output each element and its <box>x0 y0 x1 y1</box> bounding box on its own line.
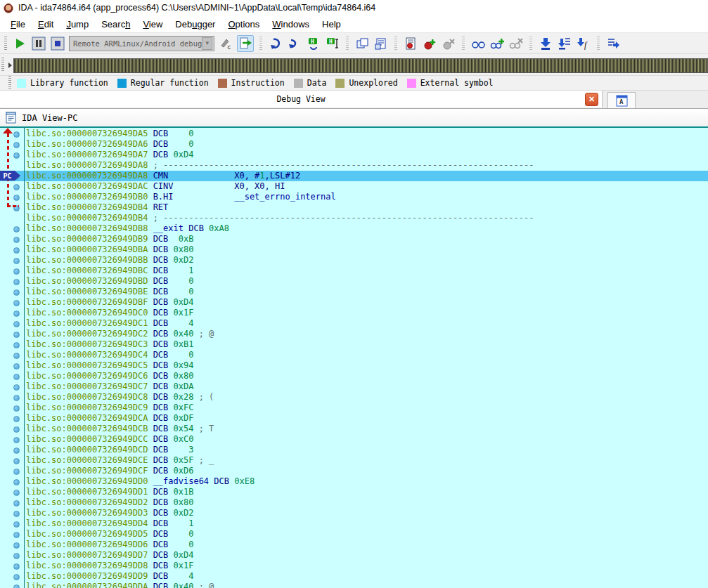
start-process-icon[interactable] <box>12 36 27 51</box>
trace-into-icon[interactable] <box>538 36 553 51</box>
address-dot[interactable] <box>13 553 20 559</box>
address-dot[interactable] <box>13 321 20 327</box>
debugger-select[interactable]: Remote ARMLinux/Android debugger ▼ <box>69 36 214 51</box>
add-watch-icon[interactable] <box>489 36 505 51</box>
address-dot[interactable] <box>13 300 20 306</box>
asm-row[interactable]: libc.so:0000007326949DD1 DCB 0x1B <box>0 487 708 497</box>
toolbar-drag-handle[interactable] <box>8 76 11 90</box>
address-dot[interactable] <box>13 447 20 454</box>
address-dot[interactable] <box>13 563 20 570</box>
asm-row[interactable]: libc.so:0000007326949DB4 RET <box>0 202 708 213</box>
asm-row[interactable]: libc.so:0000007326949DBB DCB 0xD2 <box>0 255 708 266</box>
pause-process-icon[interactable] <box>31 36 46 51</box>
address-dot[interactable] <box>13 332 20 338</box>
address-dot[interactable] <box>13 511 20 517</box>
asm-row[interactable]: libc.so:0000007326949DD3 DCB 0xD2 <box>0 508 708 518</box>
address-dot[interactable] <box>13 131 20 138</box>
address-dot[interactable] <box>13 437 20 443</box>
address-dot[interactable] <box>13 469 20 475</box>
asm-row[interactable]: libc.so:0000007326949DD0 __fadvise64 DCB… <box>0 476 708 487</box>
asm-row[interactable]: libc.so:0000007326949DD8 DCB 0x1F <box>0 561 708 571</box>
asm-row[interactable]: libc.so:0000007326949DBE DCB 0 <box>0 287 708 297</box>
address-dot[interactable] <box>13 395 20 401</box>
asm-row[interactable]: libc.so:0000007326949DCA DCB 0xDF <box>0 413 708 424</box>
address-dot[interactable] <box>13 532 20 538</box>
asm-row[interactable]: libc.so:0000007326949DC3 DCB 0xB1 <box>0 339 708 350</box>
disassembly-view[interactable]: libc.so:0000007326949DA5 DCB 0libc.so:00… <box>0 128 708 588</box>
address-dot[interactable] <box>13 500 20 507</box>
address-dot[interactable] <box>13 363 20 370</box>
asm-row[interactable]: libc.so:0000007326949DC9 DCB 0xFC <box>0 403 708 413</box>
address-dot[interactable] <box>13 268 20 275</box>
attach-to-process-icon[interactable]: c <box>218 36 233 51</box>
address-dot[interactable] <box>13 584 20 588</box>
trace-function-icon[interactable]: f <box>576 36 591 51</box>
step-into-icon[interactable] <box>268 36 283 51</box>
menu-item-windows[interactable]: Windows <box>266 17 316 32</box>
open-windows-icon[interactable] <box>354 36 370 51</box>
address-dot[interactable] <box>13 374 20 380</box>
asm-row[interactable]: libc.so:0000007326949DB8 __exit DCB 0xA8 <box>0 223 708 234</box>
asm-row[interactable]: libc.so:0000007326949DC4 DCB 0 <box>0 350 708 360</box>
address-dot[interactable] <box>13 458 20 464</box>
address-dot[interactable] <box>13 353 20 359</box>
address-dot[interactable] <box>13 416 20 422</box>
asm-row[interactable]: libc.so:0000007326949DD2 DCB 0x80 <box>0 497 708 508</box>
address-dot[interactable] <box>13 521 20 528</box>
address-dot[interactable] <box>13 311 20 317</box>
tab-debug-view[interactable]: Debug View <box>0 91 603 107</box>
asm-row[interactable]: libc.so:0000007326949DD9 DCB 4 <box>0 571 708 582</box>
add-breakpoint-icon[interactable] <box>422 36 437 51</box>
window-list-icon[interactable] <box>373 36 389 51</box>
asm-row[interactable]: libc.so:0000007326949DDA DCB 0x40 ; @ <box>0 582 708 588</box>
address-dot[interactable] <box>13 342 20 348</box>
menu-item-edit[interactable]: Edit <box>32 17 60 32</box>
step-over-icon[interactable] <box>287 36 302 51</box>
run-to-cursor-icon[interactable]: H <box>325 36 340 51</box>
address-dot[interactable] <box>13 289 20 296</box>
address-dot[interactable] <box>13 184 20 190</box>
address-dot[interactable] <box>13 152 20 159</box>
chevron-down-icon[interactable]: ▼ <box>202 37 212 50</box>
menu-item-jump[interactable]: Jump <box>60 17 95 32</box>
address-dot[interactable] <box>13 426 20 433</box>
menu-item-options[interactable]: Options <box>221 17 266 32</box>
asm-row[interactable]: libc.so:0000007326949DCF DCB 0xD6 <box>0 466 708 476</box>
tab-ida-view-a[interactable]: A <box>607 92 636 108</box>
asm-row[interactable]: libc.so:0000007326949DB4 ; -------------… <box>0 213 708 223</box>
stop-process-icon[interactable] <box>50 36 65 51</box>
address-dot[interactable] <box>13 384 20 391</box>
asm-row[interactable]: libc.so:0000007326949DB9 DCB 0xB <box>0 234 708 244</box>
asm-row[interactable]: libc.so:0000007326949DA6 DCB 0 <box>0 139 708 150</box>
trace-over-icon[interactable] <box>557 36 572 51</box>
address-dot[interactable] <box>13 574 20 580</box>
close-icon[interactable]: ✕ <box>585 93 598 106</box>
asm-row[interactable]: libc.so:0000007326949DCB DCB 0x54 ; T <box>0 424 708 434</box>
menu-item-help[interactable]: Help <box>316 17 347 32</box>
watch-list-icon[interactable] <box>470 36 486 51</box>
asm-row[interactable]: libc.so:0000007326949DC2 DCB 0x40 ; @ <box>0 329 708 339</box>
asm-row[interactable]: libc.so:0000007326949DCC DCB 0xC0 <box>0 434 708 445</box>
asm-row[interactable]: libc.so:0000007326949DCD DCB 3 <box>0 445 708 455</box>
asm-row[interactable]: libc.so:0000007326949DC1 DCB 4 <box>0 318 708 329</box>
asm-row-current[interactable]: libc.so:0000007326949DA8 CMN X0, #1,LSL#… <box>0 171 708 181</box>
asm-row[interactable]: libc.so:0000007326949DC0 DCB 0x1F <box>0 308 708 318</box>
address-dot[interactable] <box>13 405 20 412</box>
run-to-icon[interactable] <box>605 36 621 51</box>
address-dot[interactable] <box>13 142 20 148</box>
address-dot[interactable] <box>13 237 20 243</box>
address-dot[interactable] <box>13 542 20 549</box>
address-dot[interactable] <box>13 490 20 496</box>
delete-breakpoint-icon[interactable] <box>441 36 456 51</box>
asm-row[interactable]: libc.so:0000007326949DD6 DCB 0 <box>0 540 708 550</box>
breakpoint-list-icon[interactable] <box>403 36 418 51</box>
asm-row[interactable]: libc.so:0000007326949DD4 DCB 1 <box>0 518 708 529</box>
ida-view-pc-caption[interactable]: IDA View-PC <box>0 109 708 128</box>
address-dot[interactable] <box>13 226 20 233</box>
asm-row[interactable]: libc.so:0000007326949DA5 DCB 0 <box>0 129 708 139</box>
navigator-band[interactable] <box>13 58 708 73</box>
asm-row[interactable]: libc.so:0000007326949DA7 DCB 0xD4 <box>0 150 708 160</box>
asm-row[interactable]: libc.so:0000007326949DC8 DCB 0x28 ; ( <box>0 392 708 403</box>
delete-watch-icon[interactable] <box>508 36 524 51</box>
address-dot[interactable] <box>13 195 20 201</box>
